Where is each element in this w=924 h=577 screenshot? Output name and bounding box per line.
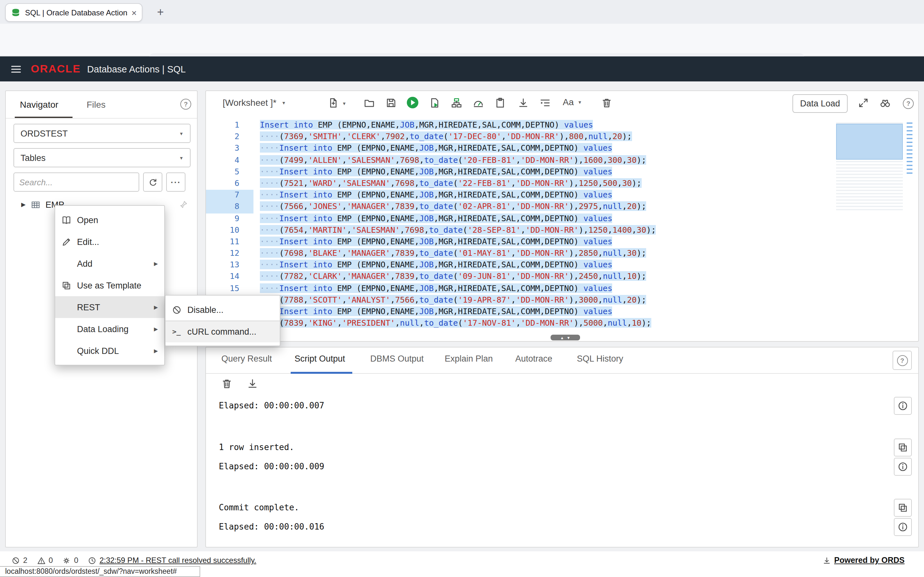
- run-statement-button[interactable]: [406, 96, 419, 109]
- menu-item-quick-ddl[interactable]: Quick DDL ▶: [55, 340, 164, 362]
- warnings-count-icon[interactable]: [37, 556, 45, 564]
- pin-icon[interactable]: [179, 200, 188, 209]
- disable-icon: [172, 305, 181, 314]
- template-copy-icon: [61, 280, 71, 290]
- tab-title: SQL | Oracle Database Actions: [25, 8, 128, 17]
- output-line: 1 row inserted.: [219, 442, 294, 452]
- worksheet-selector[interactable]: [Worksheet ]* ▼: [223, 97, 286, 108]
- submenu-item-disable[interactable]: Disable...: [166, 299, 280, 321]
- format-icon[interactable]: [540, 97, 551, 108]
- object-type-select[interactable]: Tables ▼: [13, 148, 191, 167]
- menu-item-use-as-template[interactable]: Use as Template: [55, 274, 164, 296]
- download-output-icon[interactable]: [247, 378, 258, 389]
- powered-by-ords-link[interactable]: Powered by ORDS: [834, 556, 905, 565]
- more-actions-button[interactable]: ···: [166, 172, 186, 192]
- browser-tab[interactable]: SQL | Oracle Database Actions ×: [5, 3, 142, 22]
- menu-item-data-loading[interactable]: Data Loading ▶: [55, 318, 164, 340]
- refresh-button[interactable]: [143, 172, 162, 192]
- open-book-icon: [61, 215, 71, 225]
- warnings-count: 0: [48, 556, 53, 565]
- output-line: Elapsed: 00:00:00.007: [219, 401, 325, 410]
- save-icon[interactable]: [386, 97, 397, 108]
- new-tab-button[interactable]: +: [153, 5, 168, 20]
- active-tab-underline: [291, 372, 352, 374]
- find-binoculars-icon[interactable]: [880, 97, 891, 108]
- tab-script-output[interactable]: Script Output: [294, 354, 345, 364]
- copy-icon: [898, 442, 908, 453]
- rest-submenu: Disable... >_ cURL command...: [165, 295, 280, 346]
- autotrace-icon[interactable]: [473, 97, 484, 108]
- clipboard-icon[interactable]: [495, 97, 506, 108]
- explain-plan-icon[interactable]: [451, 97, 462, 108]
- refresh-icon: [148, 177, 158, 187]
- menu-item-add[interactable]: Add ▶: [55, 253, 164, 274]
- tab-sql-history[interactable]: SQL History: [577, 354, 624, 364]
- tab-dbms-output[interactable]: DBMS Output: [370, 354, 424, 364]
- clear-output-icon[interactable]: [221, 378, 232, 389]
- new-worksheet-icon[interactable]: [328, 97, 339, 108]
- browser-toolbar: localhost:8080/ords/ordstest/_sdw/?nav=w…: [0, 24, 924, 56]
- worksheet-help-icon[interactable]: ?: [903, 98, 914, 109]
- tab-query-result[interactable]: Query Result: [221, 354, 272, 364]
- submenu-item-curl-command[interactable]: >_ cURL command...: [166, 321, 280, 342]
- minimap-viewport[interactable]: [836, 124, 903, 160]
- tab-autotrace[interactable]: Autotrace: [515, 354, 552, 364]
- results-panel: Query Result Script Output DBMS Output E…: [205, 347, 919, 548]
- font-size-control[interactable]: Aa ▼: [563, 97, 582, 107]
- run-script-button[interactable]: [429, 97, 440, 108]
- splitter-down-icon: ▼: [567, 335, 570, 340]
- menu-item-open[interactable]: Open: [55, 209, 164, 231]
- splitter-handle[interactable]: ▲ ▼: [551, 335, 580, 340]
- sidebar-search-input[interactable]: [13, 172, 139, 192]
- font-size-label: Aa: [563, 97, 573, 107]
- submenu-item-label: Disable...: [187, 305, 224, 314]
- submenu-arrow-icon: ▶: [154, 261, 158, 266]
- tab-explain-plan[interactable]: Explain Plan: [445, 354, 493, 364]
- open-file-icon[interactable]: [364, 97, 375, 108]
- results-help-button[interactable]: ?: [893, 351, 912, 370]
- download-worksheet-icon[interactable]: [518, 97, 529, 108]
- copy-icon: [898, 503, 908, 513]
- status-bar-left: 2 0 0 2:32:59 PM - REST call resolved su…: [11, 554, 256, 567]
- browser-tab-strip: SQL | Oracle Database Actions × +: [0, 0, 924, 24]
- data-load-button[interactable]: Data Load: [792, 94, 848, 113]
- output-copy-button[interactable]: [894, 499, 912, 517]
- menu-item-edit[interactable]: Edit...: [55, 231, 164, 253]
- schema-caret-icon: ▼: [179, 131, 184, 135]
- output-line: Commit complete.: [219, 503, 299, 512]
- maximize-icon[interactable]: [858, 97, 869, 108]
- new-worksheet-caret-icon[interactable]: ▼: [342, 101, 347, 106]
- status-message[interactable]: 2:32:59 PM - REST call resolved successf…: [99, 556, 256, 565]
- tab-navigator[interactable]: Navigator: [20, 99, 58, 110]
- link-preview: localhost:8080/ords/ordstest/_sdw/?nav=w…: [0, 566, 200, 577]
- menu-item-label: Edit...: [77, 237, 99, 247]
- schema-select[interactable]: ORDSTEST ▼: [13, 124, 191, 143]
- tab-files[interactable]: Files: [87, 99, 105, 110]
- code-editor[interactable]: Insert into EMP (EMPNO,ENAME,JOB,MGR,HIR…: [260, 120, 831, 330]
- tab-favicon-icon: [11, 8, 21, 17]
- sidebar-help-icon[interactable]: ?: [180, 99, 191, 110]
- tab-close-icon[interactable]: ×: [132, 7, 137, 18]
- gear-icon[interactable]: [63, 556, 71, 564]
- submenu-arrow-icon: ▶: [154, 326, 158, 332]
- output-info-button[interactable]: [894, 397, 912, 415]
- output-copy-button[interactable]: [894, 438, 912, 456]
- object-type-value: Tables: [21, 153, 45, 163]
- info-icon: [898, 462, 908, 472]
- worksheet-caret-icon: ▼: [282, 100, 286, 105]
- errors-count: 2: [23, 556, 27, 565]
- oracle-logo: ORACLE: [31, 63, 81, 75]
- clear-worksheet-icon[interactable]: [601, 97, 612, 108]
- schema-select-value: ORDSTEST: [21, 129, 68, 138]
- context-menu: Open Edit... Add ▶ Use as Template REST …: [55, 205, 165, 366]
- output-info-button[interactable]: [894, 518, 912, 536]
- terminal-icon: >_: [172, 327, 181, 336]
- menu-item-rest[interactable]: REST ▶: [55, 296, 164, 318]
- output-info-button[interactable]: [894, 458, 912, 476]
- minimap[interactable]: [836, 122, 903, 212]
- ords-download-icon: [822, 556, 831, 564]
- table-icon: [31, 200, 40, 210]
- app-menu-icon[interactable]: [10, 63, 22, 75]
- errors-count-icon[interactable]: [11, 556, 20, 564]
- tree-expand-icon[interactable]: ▶: [21, 201, 26, 208]
